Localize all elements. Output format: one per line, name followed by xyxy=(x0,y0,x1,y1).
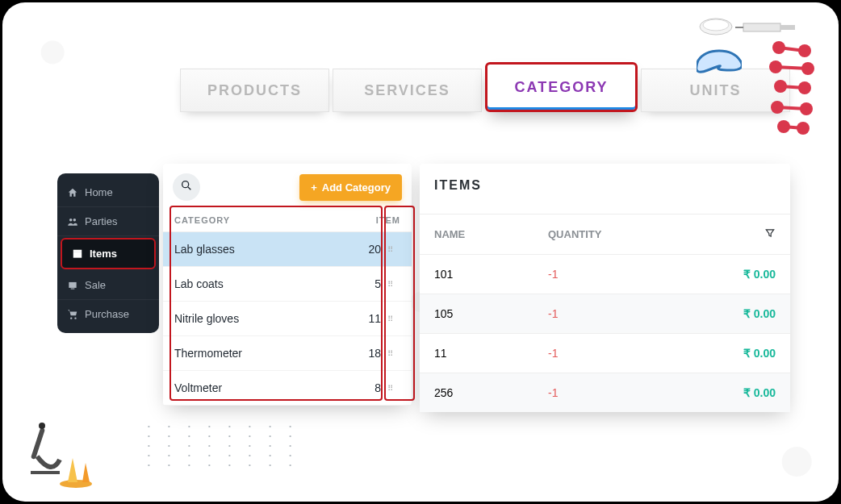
svg-point-13 xyxy=(39,423,45,429)
svg-point-1 xyxy=(73,218,77,221)
item-amount: ₹ 0.00 xyxy=(662,307,776,320)
cart-icon xyxy=(67,309,78,320)
item-name: 101 xyxy=(434,268,548,281)
sidebar-item-label: Purchase xyxy=(85,308,129,320)
goggles-icon xyxy=(697,49,742,77)
svg-rect-5 xyxy=(71,288,75,289)
item-name: 11 xyxy=(434,347,548,360)
item-amount: ₹ 0.00 xyxy=(662,347,776,360)
svg-point-6 xyxy=(70,317,72,319)
microscope-icon xyxy=(29,419,97,492)
category-name: Voltmeter xyxy=(174,381,341,394)
sidebar-item-label: Items xyxy=(90,248,117,260)
svg-line-9 xyxy=(188,187,190,190)
dna-icon xyxy=(768,40,818,140)
item-qty: -1 xyxy=(548,347,662,360)
petri-dish-icon xyxy=(698,17,734,41)
drag-handle-icon[interactable]: ⠿ xyxy=(387,314,400,323)
search-icon xyxy=(180,179,193,195)
sale-icon xyxy=(67,280,78,291)
category-count: 18 xyxy=(341,347,381,360)
item-qty: -1 xyxy=(548,268,662,281)
category-count: 5 xyxy=(341,277,381,290)
sidebar-item-purchase[interactable]: Purchase xyxy=(57,300,159,328)
drag-handle-icon[interactable]: ⠿ xyxy=(387,245,400,254)
col-quantity: QUANTITY xyxy=(548,228,662,240)
item-row[interactable]: 101 -1 ₹ 0.00 xyxy=(420,254,790,294)
col-category: CATEGORY xyxy=(174,215,360,225)
svg-rect-2 xyxy=(73,252,82,258)
search-button[interactable] xyxy=(173,173,200,201)
items-title: ITEMS xyxy=(420,178,790,214)
category-row[interactable]: Lab glasses 20 ⠿ xyxy=(163,232,412,267)
item-name: 105 xyxy=(434,307,548,320)
category-name: Lab coats xyxy=(174,277,341,290)
svg-line-30 xyxy=(776,67,808,69)
category-count: 8 xyxy=(341,381,381,394)
sidebar: Home Parties Items Sale Purchase xyxy=(57,173,159,333)
category-row[interactable]: Thermometer 18 ⠿ xyxy=(163,336,412,371)
svg-line-31 xyxy=(780,86,805,88)
svg-rect-4 xyxy=(69,281,76,287)
filter-icon[interactable] xyxy=(662,227,776,241)
item-qty: -1 xyxy=(548,386,662,399)
sidebar-item-sale[interactable]: Sale xyxy=(57,271,159,300)
category-row[interactable]: Nitrile gloves 11 ⠿ xyxy=(163,302,412,336)
tab-products[interactable]: PRODUCTS xyxy=(180,69,329,112)
box-icon xyxy=(72,248,83,260)
svg-point-0 xyxy=(69,218,73,221)
svg-rect-11 xyxy=(31,427,45,460)
sidebar-item-parties[interactable]: Parties xyxy=(57,207,159,236)
decorative-dots: • • • • • • • • • • • • • • • • • • • • … xyxy=(148,422,299,470)
item-amount: ₹ 0.00 xyxy=(662,386,776,399)
item-name: 256 xyxy=(434,386,548,399)
items-panel: ITEMS NAME QUANTITY 101 -1 ₹ 0.00 105 -1… xyxy=(420,164,790,412)
sidebar-item-items[interactable]: Items xyxy=(61,238,156,269)
sidebar-item-home[interactable]: Home xyxy=(57,178,159,207)
syringe-icon xyxy=(735,17,805,41)
svg-line-32 xyxy=(777,107,806,109)
category-row[interactable]: Lab coats 5 ⠿ xyxy=(163,267,412,302)
category-row[interactable]: Voltmeter 8 ⠿ xyxy=(163,371,412,406)
drag-handle-icon[interactable]: ⠿ xyxy=(387,384,400,393)
col-item: ITEM xyxy=(360,215,400,225)
drag-handle-icon[interactable]: ⠿ xyxy=(387,280,400,289)
sidebar-item-label: Sale xyxy=(85,279,106,291)
item-amount: ₹ 0.00 xyxy=(662,268,776,281)
drag-handle-icon[interactable]: ⠿ xyxy=(387,349,400,358)
svg-rect-16 xyxy=(743,23,780,31)
svg-line-33 xyxy=(784,127,803,128)
sidebar-item-label: Home xyxy=(85,186,113,198)
svg-rect-12 xyxy=(31,471,60,474)
col-name: NAME xyxy=(434,228,548,240)
home-icon xyxy=(67,187,78,198)
add-category-label: Add Category xyxy=(322,181,391,194)
tab-category[interactable]: CATEGORY xyxy=(485,62,638,112)
svg-rect-17 xyxy=(780,25,795,30)
svg-rect-3 xyxy=(73,249,82,251)
category-count: 11 xyxy=(341,312,381,325)
category-count: 20 xyxy=(341,243,381,256)
people-icon xyxy=(67,216,78,227)
add-category-button[interactable]: + Add Category xyxy=(299,174,402,201)
item-qty: -1 xyxy=(548,307,662,320)
category-name: Thermometer xyxy=(174,347,341,360)
category-name: Nitrile gloves xyxy=(174,312,341,325)
plus-icon: + xyxy=(311,181,317,194)
svg-point-15 xyxy=(703,19,729,31)
svg-point-8 xyxy=(182,181,189,188)
tab-services[interactable]: SERVICES xyxy=(333,69,482,112)
item-row[interactable]: 11 -1 ₹ 0.00 xyxy=(420,333,790,373)
sidebar-item-label: Parties xyxy=(85,215,117,227)
svg-point-7 xyxy=(74,317,76,319)
item-row[interactable]: 256 -1 ₹ 0.00 xyxy=(420,373,790,412)
category-panel: + Add Category CATEGORY ITEM Lab glasses… xyxy=(163,164,412,406)
category-name: Lab glasses xyxy=(174,243,341,256)
item-row[interactable]: 105 -1 ₹ 0.00 xyxy=(420,294,790,333)
